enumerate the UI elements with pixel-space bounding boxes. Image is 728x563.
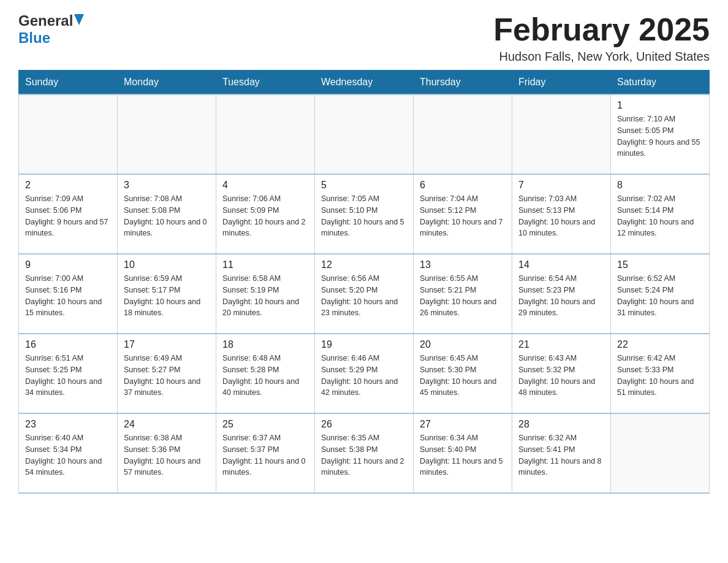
calendar-day-cell: 24Sunrise: 6:38 AMSunset: 5:36 PMDayligh…: [118, 413, 216, 493]
day-number: 16: [25, 339, 111, 350]
header-monday: Monday: [118, 71, 216, 95]
day-number: 25: [222, 419, 308, 430]
calendar-day-cell: 11Sunrise: 6:58 AMSunset: 5:19 PMDayligh…: [216, 254, 315, 334]
day-info: Sunrise: 6:42 AMSunset: 5:33 PMDaylight:…: [617, 353, 703, 399]
day-info: Sunrise: 6:54 AMSunset: 5:23 PMDaylight:…: [518, 273, 604, 319]
calendar-day-cell: 19Sunrise: 6:46 AMSunset: 5:29 PMDayligh…: [315, 334, 414, 413]
calendar-day-cell: 4Sunrise: 7:06 AMSunset: 5:09 PMDaylight…: [216, 174, 315, 254]
day-number: 11: [222, 259, 308, 270]
header-wednesday: Wednesday: [315, 71, 414, 95]
day-info: Sunrise: 7:02 AMSunset: 5:14 PMDaylight:…: [617, 193, 703, 239]
day-info: Sunrise: 6:32 AMSunset: 5:41 PMDaylight:…: [518, 432, 604, 478]
day-number: 22: [617, 339, 703, 350]
calendar-day-cell: [414, 94, 512, 174]
calendar-day-cell: 23Sunrise: 6:40 AMSunset: 5:34 PMDayligh…: [19, 413, 118, 493]
day-number: 1: [617, 100, 703, 111]
calendar-day-cell: 15Sunrise: 6:52 AMSunset: 5:24 PMDayligh…: [611, 254, 710, 334]
day-number: 18: [222, 339, 308, 350]
calendar-day-cell: 7Sunrise: 7:03 AMSunset: 5:13 PMDaylight…: [512, 174, 611, 254]
month-title: February 2025: [493, 12, 710, 47]
day-info: Sunrise: 6:46 AMSunset: 5:29 PMDaylight:…: [321, 353, 407, 399]
svg-marker-0: [74, 14, 84, 25]
day-info: Sunrise: 6:58 AMSunset: 5:19 PMDaylight:…: [222, 273, 308, 319]
day-number: 28: [518, 419, 604, 430]
day-info: Sunrise: 7:04 AMSunset: 5:12 PMDaylight:…: [420, 193, 506, 239]
header-thursday: Thursday: [414, 71, 512, 95]
day-number: 9: [25, 259, 111, 270]
calendar-day-cell: 18Sunrise: 6:48 AMSunset: 5:28 PMDayligh…: [216, 334, 315, 413]
day-number: 26: [321, 419, 407, 430]
day-info: Sunrise: 7:00 AMSunset: 5:16 PMDaylight:…: [25, 273, 111, 319]
day-number: 12: [321, 259, 407, 270]
day-number: 5: [321, 180, 407, 191]
calendar-day-cell: [118, 94, 216, 174]
day-info: Sunrise: 7:06 AMSunset: 5:09 PMDaylight:…: [222, 193, 308, 239]
day-info: Sunrise: 6:49 AMSunset: 5:27 PMDaylight:…: [124, 353, 210, 399]
calendar-day-cell: [512, 94, 611, 174]
calendar-day-cell: 16Sunrise: 6:51 AMSunset: 5:25 PMDayligh…: [19, 334, 118, 413]
calendar-day-cell: [19, 94, 118, 174]
day-number: 2: [25, 180, 111, 191]
calendar-day-cell: 21Sunrise: 6:43 AMSunset: 5:32 PMDayligh…: [512, 334, 611, 413]
day-number: 17: [124, 339, 210, 350]
calendar-day-cell: 8Sunrise: 7:02 AMSunset: 5:14 PMDaylight…: [611, 174, 710, 254]
calendar-day-cell: 2Sunrise: 7:09 AMSunset: 5:06 PMDaylight…: [19, 174, 118, 254]
calendar-day-cell: 12Sunrise: 6:56 AMSunset: 5:20 PMDayligh…: [315, 254, 414, 334]
day-info: Sunrise: 7:09 AMSunset: 5:06 PMDaylight:…: [25, 193, 111, 239]
calendar-day-cell: 22Sunrise: 6:42 AMSunset: 5:33 PMDayligh…: [611, 334, 710, 413]
logo-blue-text: Blue: [18, 29, 50, 46]
day-info: Sunrise: 6:48 AMSunset: 5:28 PMDaylight:…: [222, 353, 308, 399]
calendar-day-cell: 25Sunrise: 6:37 AMSunset: 5:37 PMDayligh…: [216, 413, 315, 493]
day-info: Sunrise: 6:35 AMSunset: 5:38 PMDaylight:…: [321, 432, 407, 478]
day-info: Sunrise: 6:52 AMSunset: 5:24 PMDaylight:…: [617, 273, 703, 319]
calendar-day-cell: [611, 413, 710, 493]
day-number: 13: [420, 259, 506, 270]
calendar-day-cell: 27Sunrise: 6:34 AMSunset: 5:40 PMDayligh…: [414, 413, 512, 493]
day-number: 4: [222, 180, 308, 191]
day-number: 23: [25, 419, 111, 430]
location-title: Hudson Falls, New York, United States: [493, 50, 710, 64]
day-number: 24: [124, 419, 210, 430]
day-info: Sunrise: 6:55 AMSunset: 5:21 PMDaylight:…: [420, 273, 506, 319]
calendar-week-row: 1Sunrise: 7:10 AMSunset: 5:05 PMDaylight…: [19, 94, 710, 174]
calendar-week-row: 23Sunrise: 6:40 AMSunset: 5:34 PMDayligh…: [19, 413, 710, 493]
day-number: 3: [124, 180, 210, 191]
logo-triangle-icon: [74, 14, 84, 28]
header-tuesday: Tuesday: [216, 71, 315, 95]
logo-general-text: General: [18, 12, 73, 29]
day-info: Sunrise: 6:45 AMSunset: 5:30 PMDaylight:…: [420, 353, 506, 399]
calendar-day-cell: 1Sunrise: 7:10 AMSunset: 5:05 PMDaylight…: [611, 94, 710, 174]
calendar-table: Sunday Monday Tuesday Wednesday Thursday…: [18, 70, 710, 494]
day-info: Sunrise: 7:05 AMSunset: 5:10 PMDaylight:…: [321, 193, 407, 239]
day-info: Sunrise: 6:34 AMSunset: 5:40 PMDaylight:…: [420, 432, 506, 478]
calendar-day-cell: 20Sunrise: 6:45 AMSunset: 5:30 PMDayligh…: [414, 334, 512, 413]
day-number: 20: [420, 339, 506, 350]
calendar-day-cell: 14Sunrise: 6:54 AMSunset: 5:23 PMDayligh…: [512, 254, 611, 334]
calendar-week-row: 2Sunrise: 7:09 AMSunset: 5:06 PMDaylight…: [19, 174, 710, 254]
calendar-day-cell: [216, 94, 315, 174]
page-header: General Blue February 2025 Hudson Falls,…: [18, 12, 710, 64]
calendar-day-cell: 17Sunrise: 6:49 AMSunset: 5:27 PMDayligh…: [118, 334, 216, 413]
day-info: Sunrise: 6:56 AMSunset: 5:20 PMDaylight:…: [321, 273, 407, 319]
calendar-day-cell: 13Sunrise: 6:55 AMSunset: 5:21 PMDayligh…: [414, 254, 512, 334]
day-number: 6: [420, 180, 506, 191]
calendar-day-cell: 5Sunrise: 7:05 AMSunset: 5:10 PMDaylight…: [315, 174, 414, 254]
day-number: 10: [124, 259, 210, 270]
calendar-day-cell: 3Sunrise: 7:08 AMSunset: 5:08 PMDaylight…: [118, 174, 216, 254]
day-number: 21: [518, 339, 604, 350]
day-info: Sunrise: 6:51 AMSunset: 5:25 PMDaylight:…: [25, 353, 111, 399]
calendar-day-cell: 28Sunrise: 6:32 AMSunset: 5:41 PMDayligh…: [512, 413, 611, 493]
header-saturday: Saturday: [611, 71, 710, 95]
calendar-week-row: 16Sunrise: 6:51 AMSunset: 5:25 PMDayligh…: [19, 334, 710, 413]
day-info: Sunrise: 6:59 AMSunset: 5:17 PMDaylight:…: [124, 273, 210, 319]
header-friday: Friday: [512, 71, 611, 95]
calendar-week-row: 9Sunrise: 7:00 AMSunset: 5:16 PMDaylight…: [19, 254, 710, 334]
day-info: Sunrise: 6:37 AMSunset: 5:37 PMDaylight:…: [222, 432, 308, 478]
calendar-day-cell: 6Sunrise: 7:04 AMSunset: 5:12 PMDaylight…: [414, 174, 512, 254]
day-number: 27: [420, 419, 506, 430]
day-number: 14: [518, 259, 604, 270]
day-info: Sunrise: 6:40 AMSunset: 5:34 PMDaylight:…: [25, 432, 111, 478]
day-number: 8: [617, 180, 703, 191]
calendar-day-cell: [315, 94, 414, 174]
day-info: Sunrise: 7:03 AMSunset: 5:13 PMDaylight:…: [518, 193, 604, 239]
